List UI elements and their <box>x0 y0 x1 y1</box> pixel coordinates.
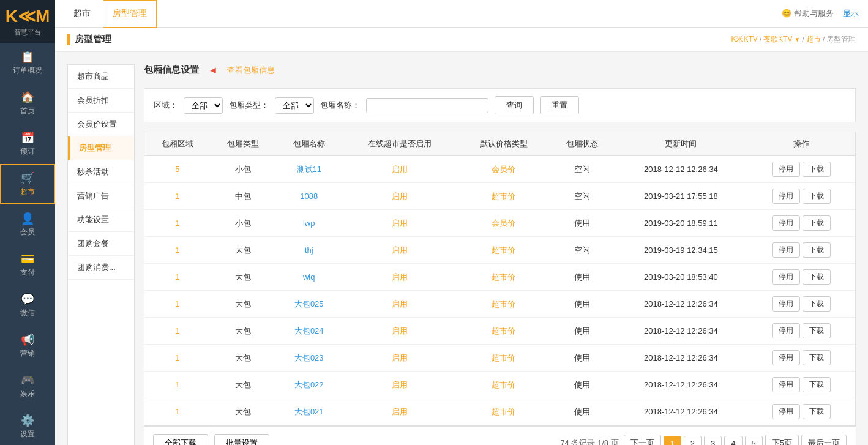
cell-status: 使用 <box>549 345 615 372</box>
download-all-button[interactable]: 全部下载 <box>153 434 208 445</box>
cell-status: 空闲 <box>549 183 615 210</box>
page-4-btn[interactable]: 4 <box>724 436 742 446</box>
name-input[interactable] <box>366 98 488 113</box>
submenu-item-member-discount[interactable]: 会员折扣 <box>68 89 134 113</box>
download-btn-2[interactable]: 下载 <box>803 215 831 231</box>
cell-zone: 1 <box>144 372 211 398</box>
zone-select[interactable]: 全部 <box>184 97 223 114</box>
prev-page-btn[interactable]: 下一页 <box>624 435 661 445</box>
display-btn[interactable]: 显示 <box>843 8 859 19</box>
next5-btn[interactable]: 下5页 <box>765 435 799 445</box>
submenu-item-member-price[interactable]: 会员价设置 <box>68 113 134 136</box>
disable-btn-6[interactable]: 停用 <box>772 323 800 338</box>
breadcrumb-supermarket[interactable]: 超市 <box>806 34 821 45</box>
download-btn-9[interactable]: 下载 <box>803 404 831 419</box>
download-btn-5[interactable]: 下载 <box>803 296 831 312</box>
cell-zone: 1 <box>144 345 211 372</box>
page-5-btn[interactable]: 5 <box>745 436 763 446</box>
disable-btn-2[interactable]: 停用 <box>772 215 800 231</box>
cell-name[interactable]: 大包021 <box>276 398 342 425</box>
submenu-item-func[interactable]: 功能设置 <box>68 208 134 232</box>
topnav-supermarket[interactable]: 超市 <box>64 0 100 28</box>
cell-name[interactable]: wlq <box>276 264 342 291</box>
sidebar-item-payment[interactable]: 💳 支付 <box>0 245 55 285</box>
download-btn-0[interactable]: 下载 <box>803 162 831 177</box>
disable-btn-5[interactable]: 停用 <box>772 296 800 312</box>
cell-zone: 1 <box>144 264 211 291</box>
disable-btn-9[interactable]: 停用 <box>772 404 800 419</box>
cell-type: 大包 <box>211 372 277 398</box>
download-btn-3[interactable]: 下载 <box>803 242 831 258</box>
logo: K≪M 智慧平台 <box>0 0 55 43</box>
submenu-item-promo[interactable]: 营销广告 <box>68 184 134 208</box>
disable-btn-8[interactable]: 停用 <box>772 377 800 392</box>
disable-btn-7[interactable]: 停用 <box>772 350 800 365</box>
cell-name[interactable]: 大包024 <box>276 318 342 345</box>
topnav-room-management[interactable]: 房型管理 <box>103 0 157 28</box>
submenu-item-group-consume[interactable]: 团购消费... <box>68 256 134 280</box>
table-row: 1 大包 大包025 启用 超市价 使用 2018-12-12 12:26:34… <box>144 291 855 318</box>
cell-name[interactable]: 1088 <box>276 183 342 210</box>
disable-btn-3[interactable]: 停用 <box>772 242 800 258</box>
member-icon: 👤 <box>21 212 34 225</box>
cell-name[interactable]: thj <box>276 237 342 264</box>
page-title: 房型管理 <box>75 34 111 45</box>
sidebar-item-home[interactable]: 🏠 首页 <box>0 83 55 124</box>
help-service[interactable]: 😊 帮助与服务 <box>782 8 834 19</box>
download-btn-1[interactable]: 下载 <box>803 189 831 204</box>
reset-button[interactable]: 重置 <box>540 96 579 114</box>
cell-enabled: 启用 <box>342 372 458 398</box>
breadcrumb-ktv[interactable]: K米KTV <box>731 34 757 45</box>
download-btn-4[interactable]: 下载 <box>803 269 831 285</box>
cell-price-type: 超市价 <box>458 264 549 291</box>
sidebar-item-supermarket[interactable]: 🛒 超市 <box>0 164 55 204</box>
cell-name[interactable]: 大包025 <box>276 291 342 318</box>
download-btn-8[interactable]: 下载 <box>803 377 831 392</box>
download-btn-6[interactable]: 下载 <box>803 323 831 338</box>
submenu-item-flash[interactable]: 秒杀活动 <box>68 160 134 184</box>
cell-enabled: 启用 <box>342 156 458 183</box>
supermarket-icon: 🛒 <box>21 171 34 185</box>
type-label: 包厢类型： <box>229 100 269 111</box>
cell-name[interactable]: 测试11 <box>276 156 342 183</box>
sidebar-label-orders: 订单概况 <box>13 65 42 76</box>
cell-type: 大包 <box>211 345 277 372</box>
submenu-item-group[interactable]: 团购套餐 <box>68 232 134 256</box>
submenu-item-room-management[interactable]: 房型管理 <box>68 136 134 160</box>
topnav-right: 😊 帮助与服务 显示 <box>782 8 859 19</box>
submenu-item-goods[interactable]: 超市商品 <box>68 65 134 89</box>
page-3-btn[interactable]: 3 <box>704 436 722 446</box>
sidebar-label-marketing: 营销 <box>20 348 35 359</box>
cell-updated: 2018-12-12 12:26:34 <box>615 345 747 372</box>
page-2-btn[interactable]: 2 <box>684 436 702 446</box>
cell-actions: 停用 下载 <box>747 291 855 318</box>
sidebar-item-member[interactable]: 👤 会员 <box>0 204 55 245</box>
col-enabled: 在线超市是否启用 <box>342 132 458 156</box>
disable-btn-4[interactable]: 停用 <box>772 269 800 285</box>
sidebar-item-orders[interactable]: 📋 订单概况 <box>0 43 55 83</box>
last-page-btn[interactable]: 最后一页 <box>801 435 847 445</box>
view-info-link[interactable]: 查看包厢信息 <box>227 65 275 76</box>
cell-name[interactable]: lwp <box>276 210 342 237</box>
cell-name[interactable]: 大包022 <box>276 372 342 398</box>
cell-actions: 停用 下载 <box>747 398 855 425</box>
batch-set-button[interactable]: 批量设置 <box>214 434 269 445</box>
cell-name[interactable]: 大包023 <box>276 345 342 372</box>
sidebar-item-reservation[interactable]: 📅 预订 <box>0 124 55 164</box>
col-actions: 操作 <box>747 132 855 156</box>
page-1-btn[interactable]: 1 <box>664 436 681 446</box>
download-btn-7[interactable]: 下载 <box>803 350 831 365</box>
cell-price-type: 会员价 <box>458 156 549 183</box>
breadcrumb-nightktv[interactable]: 夜歌KTV <box>763 34 792 45</box>
disable-btn-1[interactable]: 停用 <box>772 189 800 204</box>
table-row: 1 大包 wlq 启用 超市价 使用 2019-03-20 18:53:40 停… <box>144 264 855 291</box>
sidebar-item-wechat[interactable]: 💬 微信 <box>0 285 55 326</box>
breadcrumb-sep3: / <box>823 36 825 44</box>
disable-btn-0[interactable]: 停用 <box>772 162 800 177</box>
main-area: 超市 房型管理 😊 帮助与服务 显示 房型管理 K米KTV / 夜歌KTV▼ /… <box>55 0 868 445</box>
sidebar-item-entertainment[interactable]: 🎮 娱乐 <box>0 366 55 406</box>
type-select[interactable]: 全部 <box>275 97 314 114</box>
sidebar-item-settings[interactable]: ⚙️ 设置 <box>0 406 55 445</box>
sidebar-item-marketing[interactable]: 📢 营销 <box>0 326 55 366</box>
query-button[interactable]: 查询 <box>495 96 534 114</box>
